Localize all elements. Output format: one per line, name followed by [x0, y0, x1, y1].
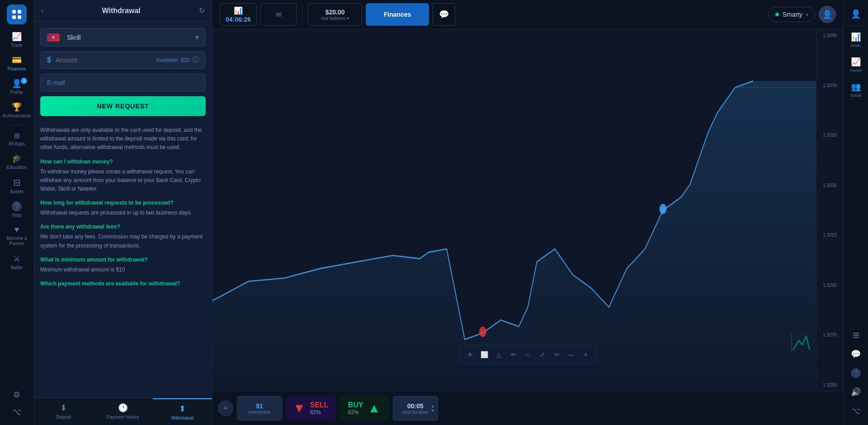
panel-content: Withdrawals are only available to the ca…: [34, 121, 212, 398]
sidebar-item-help[interactable]: ? Help: [0, 198, 33, 221]
svg-rect-2: [12, 15, 16, 19]
price-tick-5: 1.3310: [818, 233, 841, 238]
back-button[interactable]: ‹: [41, 7, 43, 15]
payment-method-dropdown[interactable]: S Skrill ▾: [40, 28, 206, 47]
battle-icon: ⚔: [13, 254, 20, 264]
sell-button[interactable]: ▼ SELL 82%: [286, 396, 336, 420]
right-item-terminal-bottom[interactable]: ⌥: [844, 402, 868, 420]
amount-field: $ Available: $20 ⓘ: [40, 51, 206, 69]
faq-item-1: How long for withdrawal requests to be p…: [40, 200, 206, 217]
timer-button[interactable]: 📊 04:06:26: [220, 3, 257, 26]
smarty-button[interactable]: Smarty ▾: [769, 7, 815, 22]
volume-icon: 🔊: [851, 387, 861, 397]
buy-arrow-icon: ▲: [368, 401, 381, 416]
new-request-button[interactable]: NEW REQUEST: [40, 96, 206, 116]
sell-percentage: 82%: [310, 409, 329, 416]
duration-label: deal duration: [402, 410, 429, 415]
sidebar-item-finances[interactable]: 💳 Finances: [0, 51, 33, 75]
social-label: Social: [850, 93, 862, 98]
trends-icon: 📈: [851, 57, 861, 67]
sidebar-item-assets[interactable]: ⊟ Assets: [0, 173, 33, 198]
dollar-icon: $: [47, 56, 51, 64]
sidebar-item-education[interactable]: 🎓 Education: [0, 150, 33, 173]
faq-answer-2: We don't take any fees. Commission may b…: [40, 233, 206, 250]
faq-question-1[interactable]: How long for withdrawal requests to be p…: [40, 200, 206, 206]
tab-withdrawal[interactable]: ⬆ Withdrawal: [153, 398, 212, 425]
right-item-volume[interactable]: 🔊: [844, 383, 868, 402]
sidebar-item-battle[interactable]: ⚔ Battle: [0, 250, 33, 274]
right-item-trends[interactable]: 📈 Trends: [844, 52, 868, 77]
buy-label: BUY: [348, 401, 363, 409]
chart-tool-circle[interactable]: ○: [522, 348, 534, 361]
balance-button[interactable]: $20.00 real balance ▾: [308, 3, 362, 26]
sidebar-item-terminal[interactable]: ⌥: [0, 403, 33, 420]
chat-button[interactable]: 💬: [433, 3, 455, 26]
user-icon: 👤: [851, 9, 861, 19]
chart-tool-scissors[interactable]: ✂: [551, 348, 563, 361]
sidebar-item-partner[interactable]: ♥ Become a Partner: [0, 221, 33, 250]
price-chart: [212, 29, 843, 391]
profile-badge: 3: [21, 78, 27, 84]
tab-payment-history[interactable]: 🕐 Payment history: [93, 398, 152, 425]
apps-icon: ⊞: [14, 131, 20, 140]
right-item-help-bottom[interactable]: ?: [844, 364, 868, 383]
right-item-grid[interactable]: ⊞: [844, 326, 868, 345]
chart-tool-expand[interactable]: ⤢: [536, 348, 549, 361]
faq-question-0[interactable]: How can I withdraw money?: [40, 159, 206, 165]
investment-label: investment: [249, 410, 270, 415]
investment-amount: $1: [256, 402, 263, 410]
sidebar-divider: [9, 125, 25, 125]
email-field-wrapper: [40, 74, 206, 92]
withdrawal-tab-icon: ⬆: [179, 404, 186, 414]
right-item-chat-bottom[interactable]: 💬: [844, 345, 868, 364]
sidebar-item-settings[interactable]: ⚙: [0, 386, 33, 403]
price-tick-6: 1.3290: [818, 283, 841, 288]
smarty-label: Smarty: [783, 11, 802, 18]
faq-question-4[interactable]: Which payment methods are available for …: [40, 280, 206, 287]
grid-icon: ⊞: [853, 330, 859, 340]
right-item-user[interactable]: 👤: [844, 5, 868, 23]
sidebar-item-achievements[interactable]: 🏆 Achievements: [0, 98, 33, 122]
faq-question-2[interactable]: Are there any withdrawal fees?: [40, 224, 206, 230]
chart-tool-minus[interactable]: —: [565, 348, 578, 361]
refresh-button[interactable]: ↻: [199, 6, 205, 15]
price-tick-8: 1.3250: [818, 383, 841, 388]
education-icon: 🎓: [12, 154, 22, 163]
chart-tool-plus[interactable]: +: [580, 348, 592, 361]
tab-deposit[interactable]: ⬇ Deposit: [34, 398, 93, 425]
faq-item-0: How can I withdraw money? To withdraw mo…: [40, 159, 206, 194]
info-icon[interactable]: ⓘ: [193, 56, 199, 64]
logo[interactable]: [7, 5, 27, 24]
trade-icon: 📈: [12, 32, 22, 42]
settings-icon: ⚙: [13, 390, 20, 400]
message-button[interactable]: ✉: [260, 3, 297, 26]
faq-question-3[interactable]: What is minimum amount for withdrawal?: [40, 257, 206, 263]
sidebar-item-trade[interactable]: 📈 Trade: [0, 28, 33, 51]
amount-input[interactable]: [56, 56, 156, 64]
main-content: 📊 04:06:26 ✉ $20.00 real balance ▾ Finan…: [212, 0, 843, 425]
sidebar-item-apps[interactable]: ⊞ 89 Apps: [0, 128, 33, 150]
payment-history-icon: 🕐: [118, 403, 128, 413]
email-input[interactable]: [47, 79, 199, 86]
chat-icon: 💬: [439, 9, 449, 19]
chart-tool-pencil[interactable]: ✏: [507, 348, 520, 361]
duration-decrease[interactable]: ▼: [431, 409, 435, 413]
chart-tool-crosshair[interactable]: ✛: [464, 348, 476, 361]
chart-tool-triangle[interactable]: △: [493, 348, 505, 361]
right-item-deals[interactable]: 📊 Deals: [844, 28, 868, 52]
finances-icon: 💳: [12, 55, 22, 65]
buy-button[interactable]: BUY 82% ▲: [340, 396, 389, 420]
duration-increase[interactable]: ▲: [431, 404, 435, 408]
chart-tool-rectangle[interactable]: ⬜: [478, 348, 491, 361]
right-item-social[interactable]: 👥 Social: [844, 77, 868, 102]
finances-button[interactable]: Finances: [366, 3, 429, 26]
user-avatar[interactable]: 👤: [819, 6, 836, 23]
price-tick-1: 1.3390: [818, 33, 841, 38]
svg-rect-3: [18, 15, 21, 19]
increase-investment-button[interactable]: +: [218, 401, 233, 416]
duration-box: 00:05 deal duration ▲ ▼: [393, 396, 438, 420]
right-divider: [846, 25, 865, 26]
sidebar-item-profile[interactable]: 3 👤 Profile: [0, 75, 33, 98]
smarty-chevron-icon: ▾: [806, 12, 808, 17]
balance-amount: $20.00: [326, 9, 345, 16]
